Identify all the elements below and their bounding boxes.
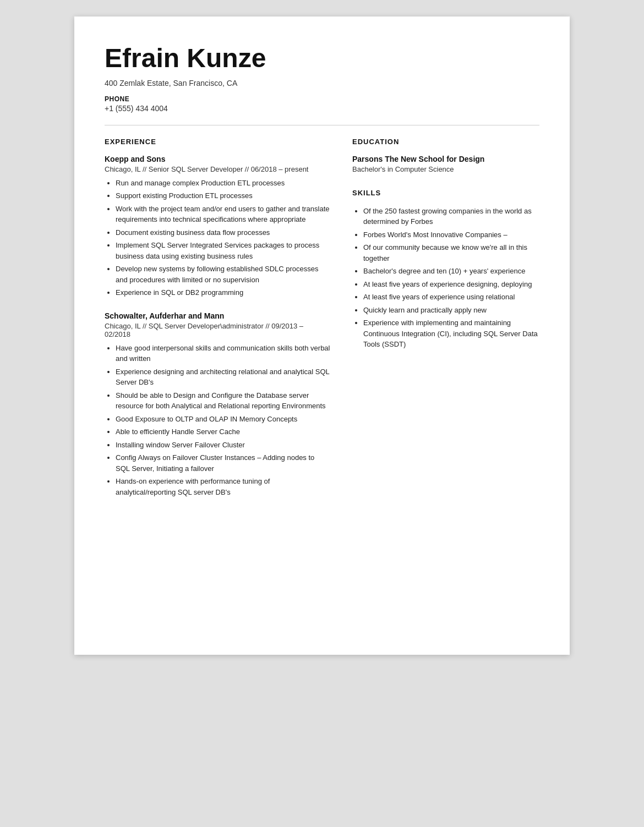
job-block-1: Koepp and Sons Chicago, IL // Senior SQL… [105, 155, 330, 298]
bullet-item: Good Exposure to OLTP and OLAP IN Memory… [116, 414, 330, 425]
skill-item: Bachelor's degree and ten (10) + years' … [363, 266, 539, 277]
skill-item: At least five years of experience using … [363, 292, 539, 303]
phone-label: PHONE [105, 95, 539, 103]
bullet-item: Run and manage complex Production ETL pr… [116, 178, 330, 189]
bullet-item: Hands-on experience with performance tun… [116, 476, 330, 497]
job-meta-2: Chicago, IL // SQL Server Developer\admi… [105, 322, 330, 338]
skill-item: Of our community because we know we're a… [363, 242, 539, 264]
job-bullets-1: Run and manage complex Production ETL pr… [105, 178, 330, 298]
skill-item: Forbes World's Most Innovative Companies… [363, 229, 539, 240]
left-column: EXPERIENCE Koepp and Sons Chicago, IL //… [105, 138, 330, 511]
address: 400 Zemlak Estate, San Francisco, CA [105, 79, 539, 87]
bullet-item: Experience designing and architecting re… [116, 366, 330, 388]
skills-list: Of the 250 fastest growing companies in … [352, 206, 539, 350]
school-name: Parsons The New School for Design [352, 155, 539, 163]
bullet-item: Support existing Production ETL processe… [116, 190, 330, 201]
two-col-layout: EXPERIENCE Koepp and Sons Chicago, IL //… [105, 138, 539, 511]
right-column: EDUCATION Parsons The New School for Des… [352, 138, 539, 511]
skills-section: SKILLS Of the 250 fastest growing compan… [352, 189, 539, 350]
degree: Bachelor's in Computer Science [352, 165, 539, 173]
bullet-item: Work with the project team and/or end us… [116, 204, 330, 225]
bullet-item: Experience in SQL or DB2 programming [116, 287, 330, 298]
skill-item: At least five years of experience design… [363, 279, 539, 290]
skill-item: Experience with implementing and maintai… [363, 317, 539, 350]
bullet-item: Document existing business data flow pro… [116, 227, 330, 238]
bullet-item: Installing window Server Failover Cluste… [116, 440, 330, 451]
job-block-2: Schowalter, Aufderhar and Mann Chicago, … [105, 311, 330, 498]
company-1: Koepp and Sons [105, 155, 330, 163]
job-meta-1: Chicago, IL // Senior SQL Server Develop… [105, 165, 330, 173]
bullet-item: Able to efficiently Handle Server Cache [116, 426, 330, 437]
skills-heading: SKILLS [352, 189, 539, 197]
skill-item: Quickly learn and practically apply new [363, 305, 539, 316]
header-section: Efrain Kunze 400 Zemlak Estate, San Fran… [105, 44, 539, 113]
divider [105, 125, 539, 125]
experience-heading: EXPERIENCE [105, 138, 330, 146]
job-bullets-2: Have good interpersonal skills and commu… [105, 343, 330, 498]
phone-value: +1 (555) 434 4004 [105, 104, 539, 113]
bullet-item: Should be able to Design and Configure t… [116, 390, 330, 412]
bullet-item: Config Always on Failover Cluster Instan… [116, 452, 330, 474]
bullet-item: Implement SQL Server Integrated Services… [116, 240, 330, 261]
education-heading: EDUCATION [352, 138, 539, 146]
company-2: Schowalter, Aufderhar and Mann [105, 311, 330, 320]
bullet-item: Develop new systems by following establi… [116, 264, 330, 285]
resume-page: Efrain Kunze 400 Zemlak Estate, San Fran… [74, 17, 570, 655]
education-block: Parsons The New School for Design Bachel… [352, 155, 539, 173]
skill-item: Of the 250 fastest growing companies in … [363, 206, 539, 227]
applicant-name: Efrain Kunze [105, 44, 539, 73]
bullet-item: Have good interpersonal skills and commu… [116, 343, 330, 364]
